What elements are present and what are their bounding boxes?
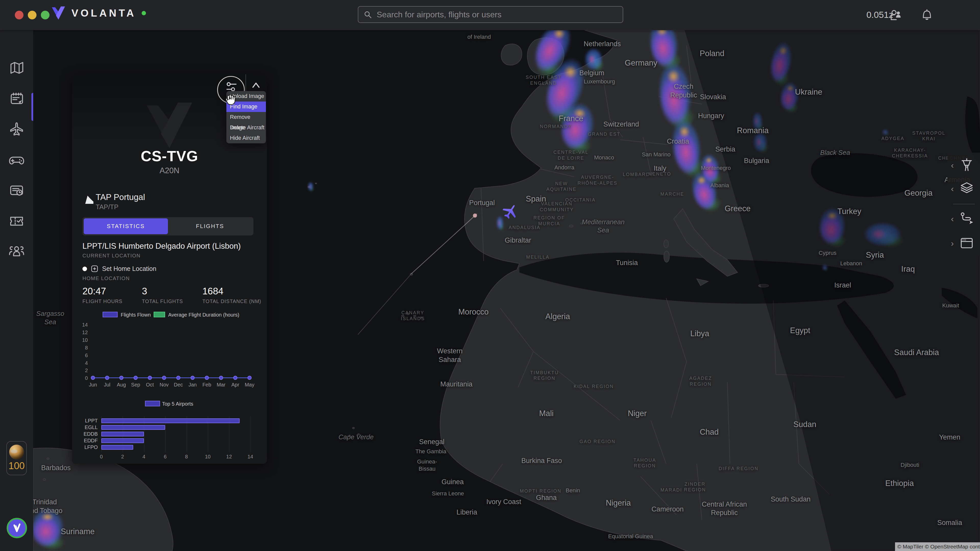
map-label: Belgium (579, 69, 605, 78)
sidebar-item-gaming[interactable] (8, 151, 25, 168)
map-label: Algeria (546, 312, 570, 322)
map-label: Suriname (61, 527, 95, 537)
map-layers-icon[interactable] (959, 181, 974, 195)
map-label: Morocco (458, 307, 489, 317)
map-label: Black Sea (820, 148, 850, 157)
map-label: AUVERGNE- RHÔNE-ALPES (578, 175, 617, 186)
map-label: Central African Republic (702, 500, 747, 518)
map-label: Equatorial Guinea (608, 533, 653, 540)
map-label: Mauritania (440, 380, 473, 389)
map-label: Guinea (442, 478, 464, 487)
avatar-logo-icon (11, 522, 22, 534)
brand-name: VOLANTA (72, 7, 136, 19)
watermark-logo-icon (142, 100, 197, 151)
map-label: Slovakia (700, 93, 726, 102)
y-tick: 4 (75, 360, 88, 366)
collapse-chevron-icon[interactable]: ‹ (951, 214, 954, 224)
x-tick-month: Oct (142, 382, 158, 388)
map-label: South Sudan (771, 495, 811, 504)
map-label: Bulgaria (744, 157, 769, 165)
sidebar-item-fleet[interactable] (8, 121, 25, 137)
map-label: Trinidad and Tobago (33, 498, 62, 516)
legend-avg-duration: Average Flight Duration (hours) (168, 312, 239, 318)
online-status-dot (142, 11, 146, 15)
x-tick-month: Aug (114, 382, 129, 388)
stat-label: FLIGHT HOURS (83, 299, 123, 304)
expand-chevron-icon[interactable]: › (951, 238, 954, 248)
collapse-chevron-icon[interactable]: ‹ (951, 160, 954, 170)
notifications-bell-icon[interactable] (920, 8, 934, 22)
y-tick: 10 (75, 337, 88, 343)
menu-item-remove-image[interactable]: Remove Image (226, 112, 266, 122)
search-input[interactable] (377, 10, 617, 19)
map-label: Tunisia (616, 259, 638, 267)
map-label: Egypt (790, 326, 810, 336)
map-label: KARACHAY- CHERKESSIA (892, 147, 928, 159)
sidebar-item-logbook[interactable] (8, 182, 25, 198)
user-avatar[interactable] (6, 518, 27, 538)
search-bar[interactable] (358, 6, 623, 23)
menu-item-hide-aircraft[interactable]: Hide Aircraft (226, 133, 266, 143)
brand: VOLANTA (51, 6, 146, 21)
map-label: Saudi Arabia (894, 348, 939, 358)
sidebar-item-flight-planning[interactable] (8, 90, 25, 106)
map-label: Gibraltar (505, 236, 531, 245)
map-label: Switzerland (603, 120, 639, 129)
map-label: Western Sahara (437, 347, 463, 365)
map-label: Cyprus (819, 249, 837, 257)
map-label: Georgia (904, 188, 932, 198)
airplane-icon (8, 121, 25, 137)
stat-flight-hours: 20:47 (83, 286, 106, 297)
rank-badge[interactable]: 100 (6, 441, 27, 475)
flight-route-icon[interactable] (959, 211, 974, 225)
map-icon (8, 60, 25, 76)
x-tick-month: Apr (228, 382, 243, 388)
tab-flights[interactable]: FLIGHTS (168, 218, 252, 234)
collapse-panel-button[interactable] (251, 81, 261, 90)
x-tick-month: Jul (100, 382, 115, 388)
map-label: Italy (654, 164, 667, 173)
map-label: TIMBUKTU REGION (530, 370, 558, 381)
map-label: STAVROPOL KRAI (912, 130, 945, 141)
dispatch-icon (8, 90, 25, 106)
friends-icon[interactable] (890, 8, 903, 22)
set-home-location-button[interactable]: Set Home Location (83, 265, 156, 272)
y-tick: 14 (75, 322, 88, 328)
bar-category-label: EDDB (77, 431, 98, 437)
collapse-chevron-icon[interactable]: ‹ (951, 184, 954, 194)
map-label: Turkey (837, 206, 861, 216)
map-label: Croatia (667, 137, 689, 146)
map-label: Benin (566, 487, 580, 494)
map-label: Hungary (698, 112, 724, 121)
aircraft-detail-panel: Upload ImageFind ImageRemove ImageDelete… (72, 74, 267, 464)
map-label: Niger (628, 409, 647, 419)
map-label: Greece (724, 204, 751, 214)
tab-statistics[interactable]: STATISTICS (84, 218, 168, 234)
sidebar-item-tickets[interactable] (8, 213, 25, 229)
airport-tower-icon[interactable] (959, 158, 974, 172)
bar-LFPO (101, 445, 133, 450)
map-label: CANARY ISLANDS (401, 310, 425, 321)
map-label: Yemen (939, 433, 960, 442)
sidebar-item-community[interactable] (8, 243, 25, 260)
stat-total-distance: 1684 (202, 286, 223, 297)
map-label: Netherlands (584, 40, 621, 48)
sidebar-item-map[interactable] (8, 60, 25, 76)
map-label: Liberia (457, 508, 477, 517)
top-bar: VOLANTA 0.051z (0, 0, 980, 30)
window-minimize-button[interactable] (28, 11, 37, 19)
menu-item-delete-aircraft[interactable]: Delete Aircraft (226, 122, 266, 133)
set-home-location-label: Set Home Location (102, 265, 156, 272)
window-close-button[interactable] (15, 11, 24, 19)
x-tick-month: Jan (185, 382, 200, 388)
map-label: Chad (700, 427, 719, 437)
airline-tailfin-icon (84, 194, 94, 205)
map-label: Ukraine (795, 87, 822, 97)
window-zoom-button[interactable] (41, 11, 49, 19)
map-label: Serbia (715, 145, 735, 154)
map-label: Burkina Faso (522, 457, 562, 465)
bar-EDDB (101, 432, 144, 437)
browser-window-icon[interactable] (959, 236, 974, 250)
map-label: ADYGEA (881, 135, 904, 141)
airline-codes: TAP/TP (96, 203, 118, 211)
